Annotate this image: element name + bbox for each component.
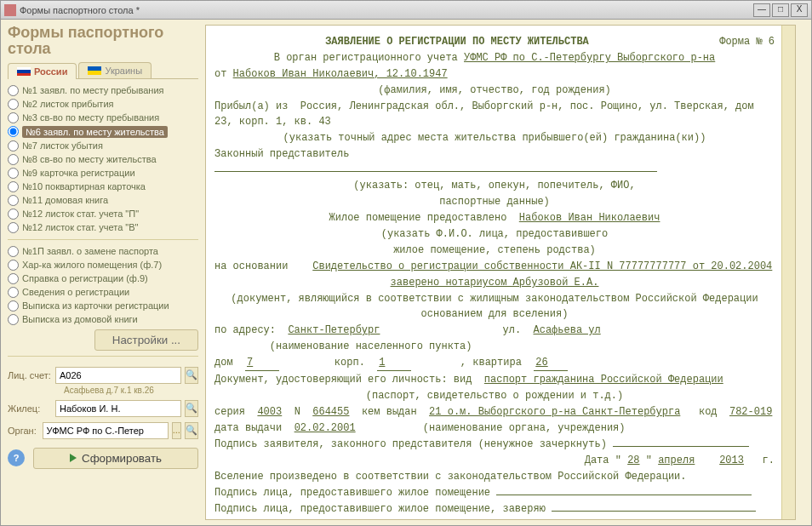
basis-line1: Свидетельство о регистрации собственност… [312,260,772,272]
organ-more-button[interactable]: ... [172,422,181,439]
radio-input[interactable] [8,181,19,192]
radio-input[interactable] [8,209,19,220]
basis-line2: заверено нотариусом Арбузовой Е.А. [391,277,599,289]
account-row: Лиц. счет: 🔍 [8,367,198,384]
radio-input[interactable] [8,195,19,206]
organ-label: Орган: [8,426,39,436]
country-tabs: России Украины [8,62,198,79]
radio-label: Хар-ка жилого помещения (ф.7) [22,260,162,270]
form-radio-item[interactable]: Справка о регистрации (ф.9) [8,272,198,285]
id-doc-type: паспорт гражданина Российской Федерации [484,374,723,386]
flag-ukraine-icon [88,66,101,75]
sidebar-heading: Формы паспортного стола [8,25,198,57]
form-radio-item[interactable]: Сведения о регистрации [8,286,198,299]
radio-input[interactable] [8,246,19,257]
radio-input[interactable] [8,260,19,271]
radio-input[interactable] [8,112,19,123]
radio-label: №9 карточка регистрации [22,168,135,178]
form-radio-item[interactable]: №9 карточка регистрации [8,167,198,180]
provided-by: Набоков Иван Николаевич [519,212,660,224]
close-button[interactable]: X [791,3,808,17]
generate-button[interactable]: Сформировать [33,448,198,469]
applicant: Набоков Иван Николаевич, 12.10.1947 [233,68,448,80]
document-pane: ЗАЯВЛЕНИЕ О РЕГИСТРАЦИИ ПО МЕСТУ ЖИТЕЛЬС… [205,25,796,520]
radio-input[interactable] [8,99,19,110]
radio-label: №12 листок стат. учета "В" [22,222,139,232]
radio-input[interactable] [8,222,19,233]
radio-label: №3 св-во по месту пребывания [22,112,159,123]
number: 664455 [312,406,349,418]
vertical-scrollbar[interactable] [781,26,795,519]
resident-lookup-button[interactable]: 🔍 [185,400,198,417]
account-input[interactable] [55,367,181,384]
radio-label: №12 листок стат. учета "П" [22,209,139,219]
radio-input[interactable] [8,168,19,179]
radio-label: Справка о регистрации (ф.9) [22,273,148,283]
form-radio-item[interactable]: №8 св-во по месту жительства [8,153,198,166]
account-lookup-button[interactable]: 🔍 [185,367,198,384]
resident-row: Жилец: 🔍 [8,400,198,417]
account-hint: Асафьева д.7 к.1 кв.26 [64,386,198,395]
flat: 26 [534,355,568,371]
maximize-button[interactable]: □ [772,3,789,17]
doc-title: ЗАЯВЛЕНИЕ О РЕГИСТРАЦИИ ПО МЕСТУ ЖИТЕЛЬС… [214,34,700,49]
radio-input[interactable] [8,273,19,284]
radio-label: №1П заявл. о замене паспорта [22,246,158,256]
resident-input[interactable] [55,400,181,417]
form-radio-item[interactable]: №7 листок убытия [8,140,198,152]
korp: 1 [377,355,411,371]
street: Асафьева ул [534,324,601,336]
form-radio-item[interactable]: №6 заявл. по месту жительства [8,125,198,139]
play-icon [70,454,77,462]
radio-input[interactable] [8,287,19,298]
tab-russia[interactable]: России [8,63,77,79]
radio-label: Выписка из домовой книги [22,314,138,324]
form-radio-item[interactable]: Выписка из домовой книги [8,313,198,326]
series: 4003 [257,406,282,418]
tab-ukraine[interactable]: Украины [78,62,152,78]
sidebar: Формы паспортного стола России Украины №… [1,20,205,525]
form-radio-item[interactable]: №1 заявл. по месту пребывания [8,84,198,97]
radio-input[interactable] [8,300,19,312]
minimize-button[interactable]: — [753,3,770,17]
form-radio-item[interactable]: Хар-ка жилого помещения (ф.7) [8,259,198,272]
form-radio-item[interactable]: №2 листок прибытия [8,98,198,111]
form-radio-item[interactable]: №10 поквартирная карточка [8,180,198,193]
resident-label: Жилец: [8,403,52,414]
radio-input[interactable] [8,154,19,165]
window-title: Формы паспортного стола * [20,5,753,15]
house: 7 [245,355,279,371]
radio-label: Сведения о регистрации [22,287,129,297]
radio-input[interactable] [8,140,19,152]
radio-input[interactable] [8,314,19,325]
radio-label: №11 домовая книга [22,195,108,205]
form-radio-item[interactable]: №12 листок стат. учета "П" [8,208,198,220]
form-radio-item[interactable]: Выписка из карточки регистрации [8,300,198,312]
radio-label: №8 св-во по месту жительства [22,154,157,164]
form-radio-item[interactable]: №3 св-во по месту пребывания [8,111,198,124]
form-radio-item[interactable]: №12 листок стат. учета "В" [8,221,198,234]
organ-value: УФМС РФ по С.-Петербургу Выборгского р-н… [464,52,715,64]
flag-russia-icon [17,67,31,76]
settings-button[interactable]: Настройки ... [94,329,198,351]
radio-label: №7 листок убытия [22,140,103,151]
organ-lookup-button[interactable]: 🔍 [185,422,198,439]
radio-input[interactable] [8,126,19,137]
account-label: Лиц. счет: [8,370,52,380]
doc-form-number: Форма № 6 [700,34,775,49]
titlebar: Формы паспортного стола * — □ X [1,1,811,20]
city: Санкт-Петербург [288,324,380,336]
radio-input[interactable] [8,85,19,96]
document: ЗАЯВЛЕНИЕ О РЕГИСТРАЦИИ ПО МЕСТУ ЖИТЕЛЬС… [206,26,795,520]
form-radio-item[interactable]: №11 домовая книга [8,194,198,207]
form-radio-item[interactable]: №1П заявл. о замене паспорта [8,245,198,258]
help-icon[interactable]: ? [8,449,25,466]
organ-input[interactable] [43,422,169,439]
form-list-a: №1 заявл. по месту пребывания№2 листок п… [8,84,198,234]
radio-label: Выписка из карточки регистрации [22,300,169,311]
code: 782-019 [729,406,772,418]
organ-row: Орган: ... 🔍 [8,422,198,439]
app-icon [4,4,16,16]
issue-date: 02.02.2001 [294,422,356,434]
radio-label: №10 поквартирная карточка [22,181,146,192]
